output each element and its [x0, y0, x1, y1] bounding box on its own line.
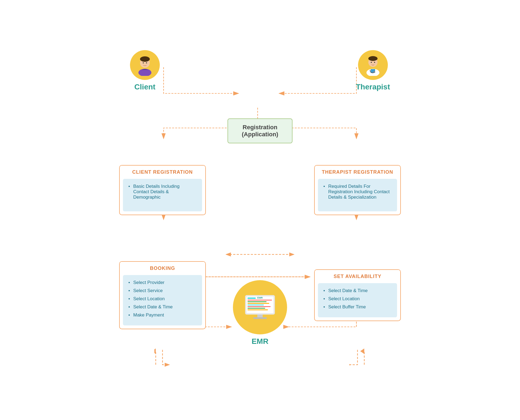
- booking-title: BOOKING: [120, 262, 205, 275]
- svg-point-5: [140, 56, 150, 62]
- list-item: Select Buffer Time: [323, 304, 392, 310]
- therapist-registration-list: Required Details For Registration Includ…: [323, 184, 392, 200]
- svg-rect-27: [248, 309, 268, 310]
- booking-list: Select Provider Select Service Select Lo…: [128, 280, 197, 318]
- booking-body: Select Provider Select Service Select Lo…: [123, 275, 202, 325]
- svg-rect-24: [248, 305, 264, 305]
- svg-rect-30: [253, 317, 267, 319]
- list-item: Basic Details Including Contact Details …: [128, 184, 197, 200]
- svg-point-14: [374, 62, 375, 63]
- list-item: Select Date & Time: [323, 288, 392, 293]
- set-availability-list: Select Date & Time Select Location Selec…: [323, 288, 392, 310]
- therapist-avatar: [358, 50, 388, 80]
- registration-box: Registration (Application): [227, 118, 292, 143]
- registration-line2: (Application): [242, 131, 278, 138]
- emr-label: EMR: [252, 337, 268, 346]
- set-availability-title: SET AVAILABILITY: [315, 270, 400, 283]
- client-avatar: [130, 50, 160, 80]
- client-figure: [134, 54, 156, 76]
- svg-rect-25: [248, 306, 271, 307]
- set-availability-box: SET AVAILABILITY Select Date & Time Sele…: [314, 269, 401, 321]
- therapist-registration-body: Required Details For Registration Includ…: [318, 179, 397, 211]
- therapist-block: Therapist: [356, 50, 390, 91]
- emr-monitor: EMR: [244, 294, 276, 321]
- client-block: Client: [130, 50, 160, 91]
- diagram-container: Client: [98, 34, 422, 386]
- list-item: Select Location: [128, 296, 197, 302]
- svg-point-7: [146, 62, 147, 63]
- horizontal-arrow: [222, 250, 298, 259]
- booking-box: BOOKING Select Provider Select Service S…: [119, 261, 206, 329]
- svg-text:EMR: EMR: [257, 296, 263, 299]
- client-registration-list: Basic Details Including Contact Details …: [128, 184, 197, 200]
- left-bottom-arrow: [154, 348, 171, 370]
- list-item: Make Payment: [128, 312, 197, 318]
- svg-point-6: [143, 62, 144, 63]
- svg-point-12: [373, 71, 375, 73]
- client-registration-body: Basic Details Including Contact Details …: [123, 179, 202, 211]
- client-registration-box: CLIENT REGISTRATION Basic Details Includ…: [119, 165, 206, 215]
- list-item: Select Provider: [128, 280, 197, 285]
- svg-point-13: [371, 62, 372, 63]
- registration-line1: Registration: [243, 124, 277, 131]
- right-bottom-arrow: [349, 348, 366, 370]
- set-availability-body: Select Date & Time Select Location Selec…: [318, 283, 397, 317]
- svg-rect-22: [248, 301, 266, 302]
- svg-rect-21: [248, 300, 272, 301]
- svg-rect-20: [248, 298, 256, 299]
- emr-block: EMR EMR: [233, 280, 287, 346]
- list-item: Select Date & Time: [128, 304, 197, 310]
- therapist-figure: [362, 54, 384, 76]
- client-registration-title: CLIENT REGISTRATION: [120, 166, 205, 179]
- svg-rect-29: [257, 315, 263, 317]
- svg-point-11: [368, 56, 378, 61]
- therapist-registration-title: THERAPIST REGISTRATION: [315, 166, 400, 179]
- list-item: Required Details For Registration Includ…: [323, 184, 392, 200]
- therapist-registration-box: THERAPIST REGISTRATION Required Details …: [314, 165, 401, 215]
- list-item: Select Service: [128, 288, 197, 293]
- therapist-label: Therapist: [356, 83, 390, 91]
- list-item: Select Location: [323, 296, 392, 302]
- client-label: Client: [134, 83, 155, 91]
- svg-rect-26: [248, 308, 265, 309]
- emr-icon: EMR: [233, 280, 287, 334]
- svg-rect-23: [248, 303, 269, 304]
